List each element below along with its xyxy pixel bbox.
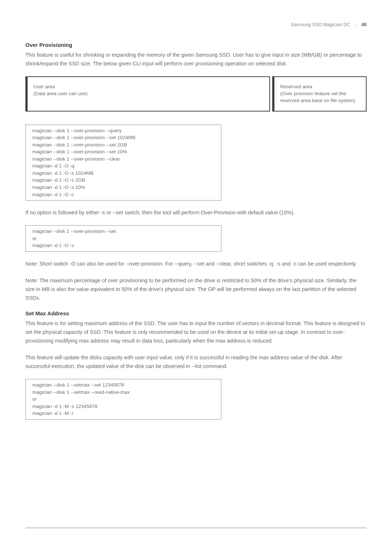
code-line: or	[32, 396, 215, 403]
code-line: magician -d 1 -O -s 1024MB	[32, 170, 215, 177]
code-line: magician -d 1 -O -s 2GB	[32, 177, 215, 184]
code-line: magician --disk 1 --setmax --read-native…	[32, 389, 215, 396]
op-commands-box: magician --disk 1 --over-provision --que…	[25, 125, 221, 201]
code-line: magician --disk 1 --over-provision --set	[32, 228, 215, 235]
code-line: magician --disk 1 --over-provision --set…	[32, 148, 215, 155]
code-line: magician -d 1 -M -s 12345678	[32, 403, 215, 410]
footer-rule	[25, 527, 367, 529]
over-provisioning-intro: This feature is useful for shrinking or …	[25, 51, 367, 68]
op-default-commands-box: magician --disk 1 --over-provision --set…	[25, 225, 221, 252]
doc-title: Samsung SSD Magician DC	[291, 22, 350, 27]
code-line: magician --disk 1 --over-provision --cle…	[32, 155, 215, 163]
code-line: magician -d 1 -O -s	[32, 242, 215, 249]
op-note-2: Note: The maximum percentage of over pro…	[25, 276, 367, 303]
page-number: 40	[362, 22, 367, 27]
reserved-area-box: Reserved area (Over provision feature se…	[272, 76, 367, 112]
code-line: or	[32, 235, 215, 242]
code-line: magician -d 1 -O -q	[32, 162, 215, 170]
set-max-para-1: This feature is for setting maximum addr…	[25, 319, 367, 345]
code-line: magician -d 1 -O -c	[32, 191, 215, 198]
user-area-box: User area (Data area user can use)	[25, 76, 270, 112]
code-line: magician -d 1 -O -s 10%	[32, 184, 215, 191]
code-line: magician --disk 1 --over-provision --set…	[32, 141, 215, 149]
set-max-para-2: This feature will update the disks capac…	[25, 353, 367, 371]
partition-diagram: User area (Data area user can use) Reser…	[25, 76, 367, 112]
set-max-address-heading: Set Max Address	[25, 310, 367, 316]
header-divider: |	[355, 22, 356, 27]
op-note-1: Note: Short switch -O can also be used f…	[25, 260, 367, 268]
over-provisioning-heading: Over Provisioning	[25, 42, 367, 48]
op-default-note: If no option is followed by either -s or…	[25, 209, 367, 217]
page-header: Samsung SSD Magician DC | 40	[25, 22, 367, 27]
code-line: magician --disk 1 --over-provision --set…	[32, 134, 215, 141]
code-line: magician --disk 1 --setmax --set 1234567…	[32, 381, 215, 389]
code-line: magician --disk 1 --over-provision --que…	[32, 127, 215, 134]
code-line: magician -d 1 -M -r	[32, 410, 215, 417]
set-max-commands-box: magician --disk 1 --setmax --set 1234567…	[25, 379, 221, 420]
